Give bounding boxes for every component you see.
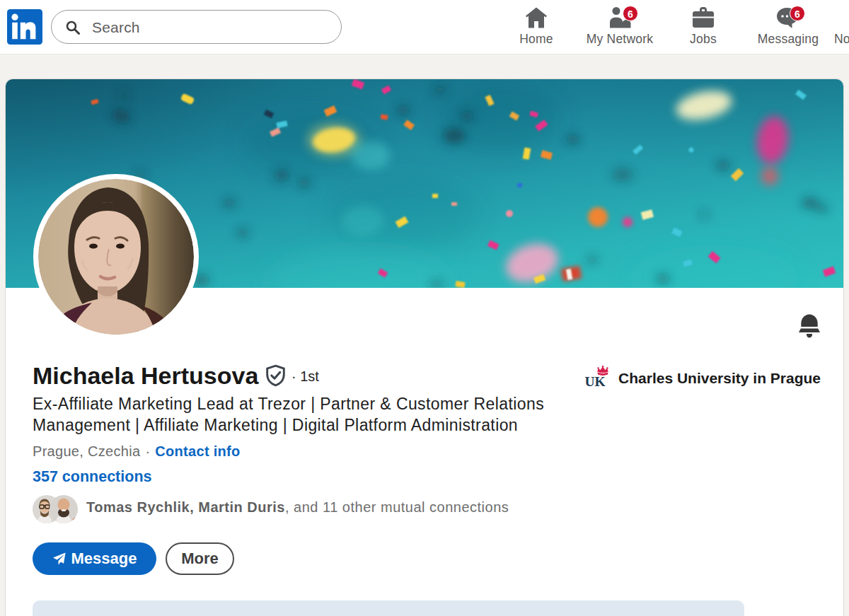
svg-text:UK: UK	[584, 374, 606, 389]
